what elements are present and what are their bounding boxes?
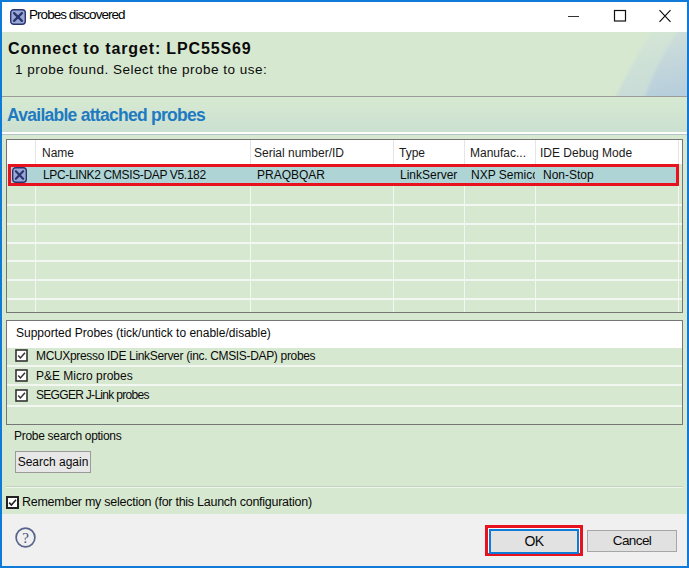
svg-text:?: ? <box>22 530 29 546</box>
